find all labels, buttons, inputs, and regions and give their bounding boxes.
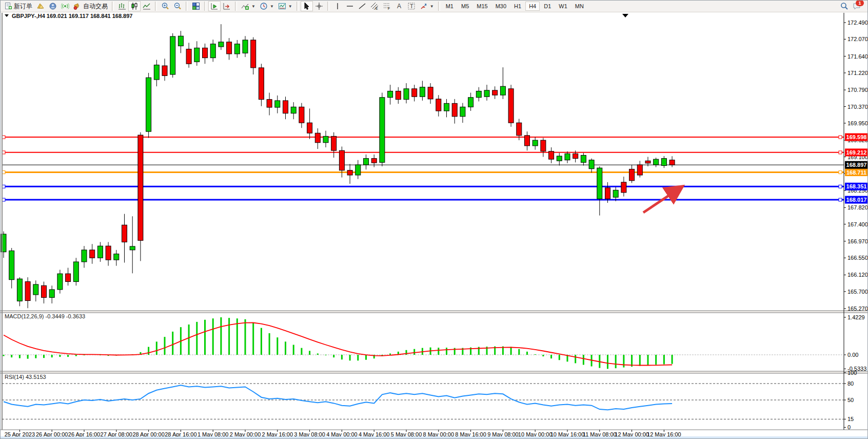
price-tick-label: 166.550 bbox=[847, 255, 868, 261]
price-level-badge: 169.212 bbox=[845, 148, 868, 156]
toolbar-separator bbox=[155, 2, 157, 11]
price-tick-label: 172.490 bbox=[847, 20, 868, 26]
zoom-in-icon bbox=[161, 2, 169, 10]
candle-body bbox=[605, 188, 610, 199]
chart-canvas[interactable]: 172.490172.070171.640171.220170.790170.3… bbox=[1, 1, 868, 439]
svg-text:T: T bbox=[410, 3, 413, 9]
notification-badge: 1 bbox=[856, 0, 864, 6]
rsi-axis-label: 80 bbox=[847, 380, 854, 387]
candle-body bbox=[380, 98, 385, 163]
line-handle[interactable] bbox=[839, 136, 842, 139]
signals-button[interactable] bbox=[59, 1, 71, 11]
line-chart-button[interactable] bbox=[141, 1, 153, 11]
candle-body bbox=[259, 68, 264, 100]
pane-separator[interactable] bbox=[1, 371, 868, 373]
price-level-badge: 169.598 bbox=[845, 133, 868, 141]
candle-body bbox=[573, 154, 578, 158]
fibonacci-icon: F bbox=[383, 2, 391, 10]
toolbar-separator bbox=[186, 2, 188, 11]
market-watch-button[interactable] bbox=[34, 1, 47, 11]
candle-body bbox=[549, 151, 554, 159]
timeframe-button-m30[interactable]: M30 bbox=[492, 2, 510, 11]
candle-body bbox=[468, 98, 474, 107]
pane-separator[interactable] bbox=[1, 311, 868, 313]
candlestick-chart-button[interactable] bbox=[128, 1, 141, 11]
price-tick-label: 170.370 bbox=[847, 104, 868, 110]
search-icon[interactable] bbox=[840, 2, 849, 10]
rsi-axis-label: 15 bbox=[847, 416, 854, 422]
candle-body bbox=[106, 246, 111, 260]
candle-body bbox=[347, 170, 352, 175]
text-label-button[interactable]: T bbox=[405, 1, 418, 11]
tile-windows-button[interactable] bbox=[190, 1, 202, 11]
candle-body bbox=[532, 140, 538, 146]
timeframe-button-d1[interactable]: D1 bbox=[540, 2, 555, 11]
candle-body bbox=[654, 159, 659, 165]
dropdown-caret-icon: ▼ bbox=[430, 4, 434, 9]
candle-body bbox=[331, 136, 337, 150]
chart-shift-button[interactable] bbox=[221, 1, 233, 11]
timeframe-button-m1[interactable]: M1 bbox=[442, 2, 457, 11]
candle-body bbox=[219, 42, 224, 47]
equidistant-channel-button[interactable]: E bbox=[368, 1, 381, 11]
autotrading-label: 自动交易 bbox=[83, 2, 108, 11]
candle-body bbox=[210, 44, 215, 58]
crosshair-icon bbox=[315, 2, 323, 10]
line-handle[interactable] bbox=[839, 151, 842, 154]
timeframe-button-w1[interactable]: W1 bbox=[555, 2, 571, 11]
svg-text:A: A bbox=[397, 3, 401, 10]
chat-button[interactable]: 1 bbox=[853, 2, 861, 10]
svg-text:168.711: 168.711 bbox=[846, 169, 866, 176]
vertical-line-icon bbox=[333, 2, 342, 10]
candle-body bbox=[589, 160, 594, 169]
chart-background[interactable] bbox=[1, 12, 868, 437]
macd-axis-label: 0.00 bbox=[847, 352, 858, 358]
toolbar-separator bbox=[327, 2, 329, 11]
candle-body bbox=[49, 290, 54, 297]
text-button[interactable]: A bbox=[393, 1, 405, 11]
timeframe-button-m5[interactable]: M5 bbox=[458, 2, 472, 11]
line-handle[interactable] bbox=[839, 171, 842, 174]
candle-body bbox=[356, 165, 361, 175]
candle-body bbox=[9, 251, 14, 279]
candle-body bbox=[275, 101, 280, 107]
candle-body bbox=[283, 101, 288, 113]
timeframe-button-h1[interactable]: H1 bbox=[510, 2, 525, 11]
line-handle[interactable] bbox=[839, 198, 842, 201]
navigator-button[interactable] bbox=[47, 1, 59, 11]
vertical-line-button[interactable] bbox=[331, 1, 344, 11]
candle-body bbox=[557, 156, 562, 161]
candle-body bbox=[146, 78, 151, 131]
bar-chart-button[interactable] bbox=[116, 1, 128, 11]
autotrading-button[interactable]: 自动交易 bbox=[71, 1, 110, 11]
auto-scroll-button[interactable] bbox=[208, 1, 221, 11]
candle-body bbox=[420, 87, 425, 97]
horizontal-line-button[interactable] bbox=[344, 1, 356, 11]
zoom-out-button[interactable] bbox=[171, 1, 184, 11]
templates-button[interactable]: ▼ bbox=[276, 1, 294, 11]
cursor-button[interactable] bbox=[301, 1, 313, 11]
crosshair-button[interactable] bbox=[313, 1, 325, 11]
candle-body bbox=[388, 91, 393, 97]
toolbar-separator bbox=[235, 2, 237, 11]
timeframe-button-mn[interactable]: MN bbox=[571, 2, 587, 11]
timeframe-button-h4[interactable]: H4 bbox=[525, 2, 540, 11]
periods-button[interactable]: ▼ bbox=[258, 1, 276, 11]
candle-body bbox=[452, 103, 457, 116]
arrows-button[interactable]: ▼ bbox=[418, 1, 436, 11]
rsi-label: RSI(14) 43.5153 bbox=[5, 374, 46, 380]
candle-body bbox=[525, 136, 530, 146]
new-order-icon bbox=[4, 2, 12, 10]
svg-text:169.598: 169.598 bbox=[846, 134, 867, 140]
candle-body bbox=[444, 103, 449, 111]
candle-body bbox=[243, 40, 248, 53]
line-handle[interactable] bbox=[839, 185, 842, 188]
arrows-icon bbox=[420, 2, 428, 10]
new-order-button[interactable]: 新订单 bbox=[2, 1, 34, 11]
candle-body bbox=[613, 190, 618, 197]
fibonacci-button[interactable]: F bbox=[381, 1, 393, 11]
zoom-in-button[interactable] bbox=[159, 1, 171, 11]
timeframe-button-m15[interactable]: M15 bbox=[473, 2, 491, 11]
trendline-button[interactable] bbox=[356, 1, 368, 11]
indicators-button[interactable]: ▼ bbox=[239, 1, 258, 11]
